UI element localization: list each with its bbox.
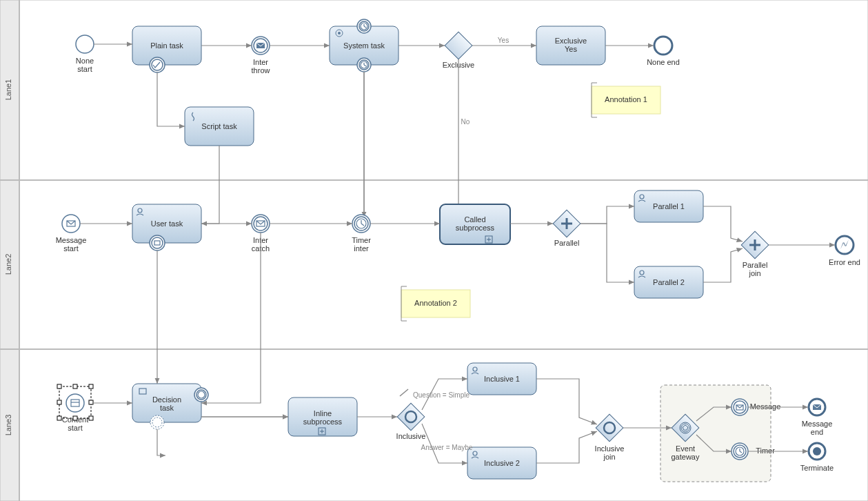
svg-text:Inclusivejoin: Inclusivejoin [595,444,625,461]
svg-text:User task: User task [151,219,183,228]
svg-text:Nonestart: Nonestart [76,57,94,73]
flow-system-timer[interactable] [354,72,364,222]
svg-point-121 [813,447,821,455]
svg-text:Messageend: Messageend [802,420,833,436]
script-task[interactable]: Script task [185,107,254,146]
timer-inter-event[interactable] [352,215,370,233]
svg-rect-80 [73,416,77,420]
exclusive-yes-task[interactable]: ExclusiveYes [536,26,605,65]
lane2-label: Lane2 [4,254,12,275]
exclusive-gateway[interactable] [445,32,472,59]
svg-text:Annotation 2: Annotation 2 [414,299,457,307]
called-subprocess[interactable]: Calledsubprocess [440,204,510,244]
svg-text:System task: System task [343,41,385,50]
terminate-event[interactable] [809,443,825,460]
svg-text:Yes: Yes [498,37,509,44]
svg-point-37 [62,215,80,233]
svg-point-71 [66,394,84,412]
svg-text:Parallel 1: Parallel 1 [653,202,685,210]
svg-point-46 [252,215,270,233]
none-start-event[interactable] [76,35,94,53]
svg-text:Inclusive 2: Inclusive 2 [484,459,520,467]
svg-point-29 [654,37,672,55]
svg-text:None end: None end [647,58,680,66]
inter-catch-event[interactable] [252,215,270,233]
svg-text:Timer: Timer [756,446,775,455]
user-task[interactable]: User task [132,204,201,250]
svg-rect-93 [397,403,425,431]
svg-rect-25 [445,32,472,59]
svg-text:Paralleljoin: Paralleljoin [743,261,768,277]
svg-text:No: No [461,118,470,126]
svg-text:Parallel 2: Parallel 2 [653,278,685,286]
error-end-event[interactable] [836,236,854,254]
inter-throw-event[interactable] [252,37,270,55]
svg-point-5 [76,35,94,53]
annotation-2[interactable]: Annotation 2 [401,286,470,321]
decision-task[interactable]: Decisiontask [132,384,208,429]
svg-rect-74 [57,384,61,389]
svg-text:Interthrow: Interthrow [252,58,270,75]
parallel-join-gateway[interactable] [741,231,769,259]
svg-text:Messagestart: Messagestart [56,236,87,253]
svg-text:Inclusive 1: Inclusive 1 [484,375,520,383]
parallel-1-task[interactable]: Parallel 1 [634,190,703,222]
svg-text:Error end: Error end [829,258,860,266]
svg-rect-75 [73,384,77,389]
svg-text:Script task: Script task [201,122,237,130]
none-end-event[interactable] [654,37,672,55]
bpmn-diagram: Lane1 Lane2 Lane3 Nonestart Plain task I… [0,0,868,501]
svg-text:Question = Simple: Question = Simple [413,391,470,399]
parallel-gateway[interactable] [553,210,581,237]
svg-line-124 [400,389,408,396]
svg-text:Inclusive: Inclusive [396,432,426,440]
svg-rect-78 [89,400,93,404]
inline-subprocess[interactable]: Inlinesubprocess [288,397,357,436]
message-start-event[interactable] [62,215,80,233]
inclusive-gateway[interactable] [397,403,425,431]
flow-exclusive-no[interactable] [439,59,458,214]
plain-task[interactable]: Plain task [132,26,201,72]
svg-text:Plain task: Plain task [150,41,183,50]
timer-event[interactable] [731,443,748,460]
svg-text:Annotation 1: Annotation 1 [605,95,647,104]
svg-rect-102 [596,414,623,442]
svg-rect-77 [57,400,61,404]
svg-text:Answer = Maybe: Answer = Maybe [421,444,473,451]
message-end-event[interactable] [809,399,825,415]
svg-text:Timerinter: Timerinter [352,236,371,253]
inclusive-1-task[interactable]: Inclusive 1 [467,363,536,395]
svg-text:Parallel: Parallel [554,239,580,247]
system-task[interactable]: System task [330,19,398,72]
lane3-label: Lane3 [4,415,12,436]
svg-rect-79 [57,416,61,420]
flow-plain-script[interactable] [157,72,185,126]
inclusive-join-gateway[interactable] [596,414,623,442]
svg-text:Terminate: Terminate [800,464,834,472]
svg-point-18 [338,32,341,35]
inclusive-2-task[interactable]: Inclusive 2 [467,447,536,479]
svg-rect-76 [89,384,93,389]
lane1-label: Lane1 [4,79,12,101]
annotation-1[interactable]: Annotation 1 [592,83,660,117]
content-start-event[interactable] [66,394,84,412]
message-event[interactable] [731,399,748,415]
svg-text:Message: Message [750,402,781,411]
svg-rect-81 [89,416,93,420]
parallel-2-task[interactable]: Parallel 2 [634,266,703,298]
